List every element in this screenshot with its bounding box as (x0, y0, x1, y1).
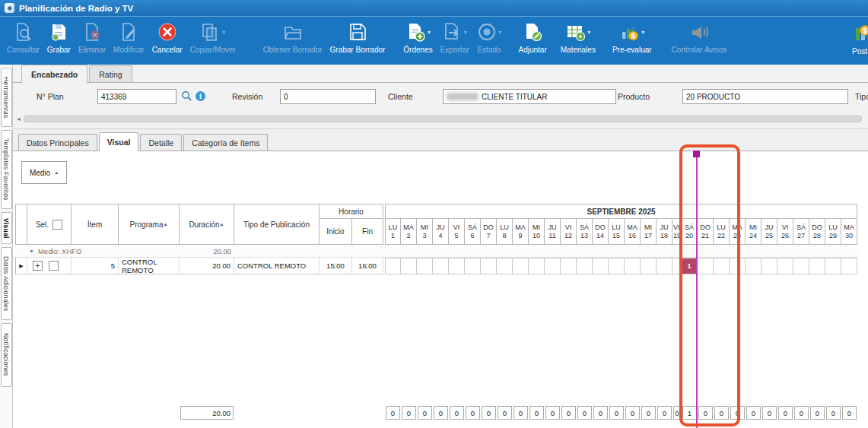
day-header-11[interactable]: JU11 (545, 219, 561, 245)
save-icon (49, 21, 68, 43)
toolbar-button-controlar-avisos[interactable]: Controlar Avisos (668, 19, 731, 65)
toolbar-button-grabar-borrador[interactable]: Grabar Borrador (326, 19, 389, 65)
toolbar-button-consultar[interactable]: Consultar (3, 19, 43, 65)
day-cell-8[interactable] (497, 258, 513, 274)
select-all-checkbox[interactable] (52, 220, 62, 230)
toolbar-button-exportar[interactable]: ▾Exportar (437, 19, 473, 65)
day-header-7[interactable]: DO7 (481, 219, 497, 245)
day-header-13[interactable]: SÁ13 (577, 219, 593, 245)
day-header-30[interactable]: MA30 (841, 219, 857, 245)
day-header-15[interactable]: LU15 (609, 219, 625, 245)
column-header-programa[interactable]: Programa▲ (119, 204, 180, 245)
column-header-tipo-publicacion[interactable]: Tipo de Publicación (234, 204, 320, 245)
day-cell-10[interactable] (529, 258, 545, 274)
dropdown-caret-icon[interactable]: ▾ (428, 29, 431, 36)
day-cell-18[interactable] (657, 258, 672, 274)
expand-row-button[interactable]: + (33, 261, 43, 271)
day-header-29[interactable]: LU29 (825, 219, 841, 245)
day-header-4[interactable]: JU4 (433, 219, 449, 245)
day-header-21[interactable]: DO21 (698, 219, 714, 245)
toolbar-spacer (599, 19, 609, 27)
day-cell-25[interactable] (761, 258, 777, 274)
day-cell-11[interactable] (545, 258, 561, 274)
day-cell-13[interactable] (577, 258, 593, 274)
dropdown-caret-icon[interactable]: ▾ (464, 29, 467, 36)
column-header-inicio[interactable]: Inicio (320, 219, 352, 245)
day-header-8[interactable]: LU8 (497, 219, 513, 245)
day-header-5[interactable]: VI5 (449, 219, 465, 245)
day-header-12[interactable]: VI12 (561, 219, 577, 245)
day-header-24[interactable]: MI24 (746, 219, 761, 245)
column-header-fin[interactable]: Fin (352, 219, 383, 245)
day-header-3[interactable]: MI3 (417, 219, 433, 245)
toolbar-button-adjuntar[interactable]: Adjuntar (515, 19, 551, 65)
day-cell-5[interactable] (449, 258, 465, 274)
day-header-22[interactable]: LU22 (714, 219, 730, 245)
day-cell-2[interactable] (401, 258, 417, 274)
day-header-2[interactable]: MA2 (401, 219, 417, 245)
column-header-duracion[interactable]: Duración▲ (180, 204, 234, 245)
day-header-1[interactable]: LU1 (385, 219, 401, 245)
column-header-sel[interactable]: Sel. (27, 204, 72, 245)
toolbar-button-ordenes[interactable]: ▾Órdenes (399, 19, 436, 65)
day-cell-29[interactable] (825, 258, 841, 274)
day-header-17[interactable]: MI17 (641, 219, 657, 245)
day-header-25[interactable]: JU25 (761, 219, 777, 245)
dropdown-caret-icon[interactable]: ▾ (499, 29, 502, 36)
day-cell-17[interactable] (641, 258, 657, 274)
toolbar-button-post-e[interactable]: $Post-e (846, 21, 868, 55)
day-cell-7[interactable] (481, 258, 497, 274)
footer-total-day-9: 0 (513, 406, 528, 420)
day-cell-1[interactable] (385, 258, 401, 274)
day-header-14[interactable]: DO14 (593, 219, 609, 245)
toolbar-button-modificar[interactable]: Modificar (110, 19, 148, 65)
day-cell-14[interactable] (593, 258, 609, 274)
day-cell-3[interactable] (417, 258, 433, 274)
day-header-18[interactable]: JU18 (657, 219, 672, 245)
dropdown-caret-icon[interactable]: ▾ (641, 29, 644, 36)
toolbar-button-estado[interactable]: ▾Estado (473, 19, 506, 65)
day-cell-20[interactable]: 1 (682, 258, 698, 274)
day-header-23[interactable]: MA23 (730, 219, 746, 245)
day-cell-9[interactable] (513, 258, 529, 274)
day-cell-19[interactable] (672, 258, 682, 274)
day-cell-23[interactable] (730, 258, 746, 274)
toolbar-button-obtener-borrador[interactable]: Obtener Borrador (259, 19, 326, 65)
dropdown-caret-icon[interactable]: ▾ (222, 29, 225, 36)
toolbar-button-cancelar[interactable]: Cancelar (148, 19, 186, 65)
day-header-26[interactable]: VI26 (777, 219, 793, 245)
day-cell-24[interactable] (746, 258, 761, 274)
cell-item: 5 (72, 258, 119, 274)
toolbar-button-eliminar[interactable]: Eliminar (75, 19, 110, 65)
day-cell-30[interactable] (841, 258, 857, 274)
day-cell-4[interactable] (433, 258, 449, 274)
day-number: 3 (422, 232, 426, 239)
day-cell-16[interactable] (625, 258, 641, 274)
row-checkbox[interactable] (49, 261, 59, 271)
dropdown-caret-icon[interactable]: ▾ (587, 29, 590, 36)
footer-total-day-13: 0 (577, 406, 592, 420)
day-header-28[interactable]: DO28 (809, 219, 825, 245)
toolbar-button-copiar-mover[interactable]: ▾Copiar/Mover (186, 19, 240, 65)
day-header-20[interactable]: SÁ20 (682, 219, 698, 245)
collapse-group-icon[interactable]: ▼ (29, 249, 34, 254)
day-header-9[interactable]: MA9 (513, 219, 529, 245)
day-cell-26[interactable] (777, 258, 793, 274)
day-cell-12[interactable] (561, 258, 577, 274)
day-header-16[interactable]: MA16 (625, 219, 641, 245)
toolbar-button-grabar[interactable]: Grabar (43, 19, 75, 65)
day-cell-6[interactable] (465, 258, 481, 274)
group-row-medio-xhfo[interactable]: ▼Medio: XHFO (15, 245, 857, 258)
day-header-10[interactable]: MI10 (529, 219, 545, 245)
day-cell-28[interactable] (809, 258, 825, 274)
day-header-19[interactable]: VI19 (672, 219, 682, 245)
day-cell-27[interactable] (793, 258, 809, 274)
day-cell-15[interactable] (609, 258, 625, 274)
day-cell-22[interactable] (714, 258, 730, 274)
column-header-item[interactable]: Ítem (72, 204, 119, 245)
day-header-6[interactable]: SÁ6 (465, 219, 481, 245)
toolbar-button-materiales[interactable]: ▾Materiales (557, 19, 599, 65)
day-cell-21[interactable] (698, 258, 714, 274)
day-header-27[interactable]: SÁ27 (793, 219, 809, 245)
toolbar-button-pre-evaluar[interactable]: $▾Pre-evaluar (609, 19, 656, 65)
